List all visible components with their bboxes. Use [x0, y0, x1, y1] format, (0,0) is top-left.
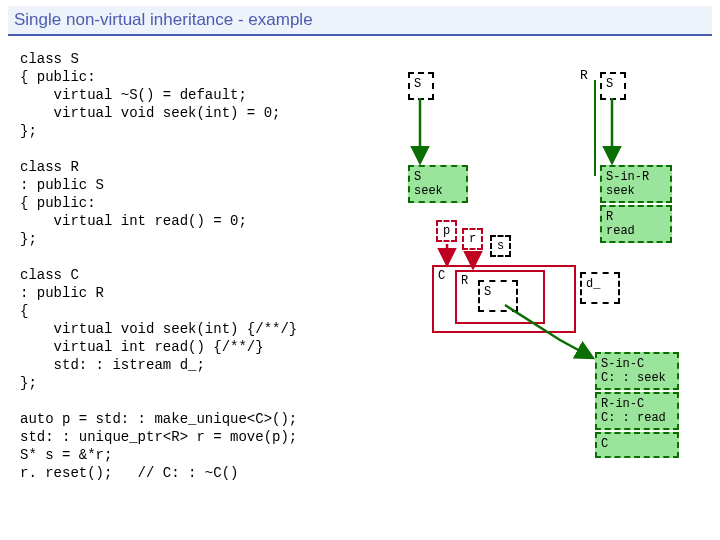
- cell-s: s: [490, 235, 511, 257]
- vtable-R-line3: R: [606, 210, 666, 224]
- cell-r: r: [462, 228, 483, 250]
- obj-S: S: [478, 280, 518, 312]
- ptr-row2: r: [462, 228, 483, 250]
- obj-d: d_: [580, 272, 620, 304]
- vtable-S-line1: S: [414, 170, 462, 184]
- obj-C-label: C: [438, 269, 445, 283]
- vtable-C-top: S-in-C C: : seek: [595, 352, 679, 390]
- vtable-C-line1: S-in-C: [601, 357, 673, 371]
- obj-S-label: S: [484, 285, 491, 299]
- ptr-row3: s: [490, 235, 511, 257]
- vtable-C-line4: C: : read: [601, 411, 673, 425]
- vtable-S: S seek: [408, 165, 468, 203]
- obj-d-label: d_: [586, 277, 600, 291]
- obj-R-label: R: [461, 274, 468, 288]
- vtable-R-line1: S-in-R: [606, 170, 666, 184]
- vtable-C-mid: R-in-C C: : read: [595, 392, 679, 430]
- box-S-right: S: [600, 72, 626, 100]
- code-listing: class S { public: virtual ~S() = default…: [20, 50, 380, 482]
- vtable-R-line2: seek: [606, 184, 666, 198]
- box-S-left: S: [408, 72, 434, 100]
- vtable-R-top: S-in-R seek: [600, 165, 672, 203]
- cell-p: p: [436, 220, 457, 242]
- vtable-C-line3: R-in-C: [601, 397, 673, 411]
- vtable-C-line2: C: : seek: [601, 371, 673, 385]
- ptr-row: p: [436, 220, 457, 242]
- vtable-S-line2: seek: [414, 184, 462, 198]
- page-title: Single non-virtual inheritance - example: [8, 6, 712, 36]
- vtable-C-bot: C: [595, 432, 679, 458]
- vtable-C-line5: C: [601, 437, 673, 451]
- vtable-R-line4: read: [606, 224, 666, 238]
- label-R: R: [580, 68, 588, 83]
- vtable-R-bottom: R read: [600, 205, 672, 243]
